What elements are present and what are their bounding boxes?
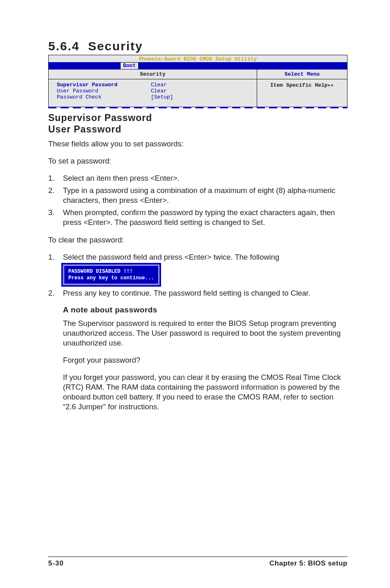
step-text: Press any key to continue. The password … bbox=[63, 288, 347, 298]
intro-text: These fields allow you to set passwords: bbox=[48, 139, 347, 149]
bios-tab-boot: Boot bbox=[120, 62, 139, 69]
list-item: 3.When prompted, confirm the password by… bbox=[48, 208, 347, 227]
step-text: Select the password field and press <Ent… bbox=[63, 252, 347, 262]
section-heading: 5.6.4 Security bbox=[48, 39, 347, 53]
bios-help-text: Item Specific Help▸▸ bbox=[257, 79, 347, 95]
set-password-steps: 1.Select an item then press <Enter>. 2.T… bbox=[48, 173, 347, 227]
page-number: 5-30 bbox=[48, 559, 64, 568]
list-item: 2.Type in a password using a combination… bbox=[48, 186, 347, 205]
list-item: 1.Select an item then press <Enter>. bbox=[48, 173, 347, 183]
list-item: 2.Press any key to continue. The passwor… bbox=[48, 288, 347, 298]
bios-screenshot: Phoenix-Award BIOS CMOS Setup Utility Bo… bbox=[48, 55, 347, 107]
bios-setting-label: User Password bbox=[57, 88, 151, 94]
step-number: 1. bbox=[48, 252, 63, 262]
clear-password-intro: To clear the password: bbox=[48, 235, 347, 245]
step-text: Type in a password using a combination o… bbox=[63, 186, 347, 205]
list-item: 1.Select the password field and press <E… bbox=[48, 252, 347, 262]
password-disabled-message: PASSWORD DISABLED !!! Press any key to c… bbox=[63, 265, 159, 285]
note-paragraph: Forgot your password? bbox=[63, 355, 347, 365]
chapter-label: Chapter 5: BIOS setup bbox=[269, 559, 347, 568]
bios-settings-list: Supervisor Password Clear User Password … bbox=[49, 79, 257, 107]
bios-setting-value: [Setup] bbox=[151, 94, 173, 100]
step-number: 3. bbox=[48, 208, 63, 227]
bios-setting-value: Clear bbox=[151, 88, 167, 94]
step-number: 2. bbox=[48, 288, 63, 298]
clear-password-steps-1: 1.Select the password field and press <E… bbox=[48, 252, 347, 262]
clear-password-steps-2: 2.Press any key to continue. The passwor… bbox=[48, 288, 347, 298]
bios-right-header: Select Menu bbox=[257, 70, 347, 79]
bios-setting-value: Clear bbox=[151, 82, 167, 88]
page-footer: 5-30 Chapter 5: BIOS setup bbox=[48, 557, 347, 568]
note-paragraph: If you forget your password, you can cle… bbox=[63, 373, 347, 412]
bios-setting-label: Password Check bbox=[57, 94, 151, 100]
bios-setting-row: Supervisor Password Clear bbox=[57, 82, 249, 88]
heading-supervisor-password: Supervisor Password bbox=[48, 112, 347, 124]
set-password-intro: To set a password: bbox=[48, 156, 347, 166]
bios-setting-label: Supervisor Password bbox=[57, 82, 151, 88]
bios-utility-title: Phoenix-Award BIOS CMOS Setup Utility bbox=[49, 55, 347, 62]
bios-menu-bar: Boot bbox=[49, 62, 347, 70]
step-text: Select an item then press <Enter>. bbox=[63, 173, 347, 183]
bios-setting-row: User Password Clear bbox=[57, 88, 249, 94]
heading-user-password: User Password bbox=[48, 124, 347, 135]
bios-bottom-dashed-line bbox=[48, 107, 347, 108]
section-title-text: Security bbox=[88, 39, 143, 53]
step-number: 1. bbox=[48, 173, 63, 183]
step-text: When prompted, confirm the password by t… bbox=[63, 208, 347, 227]
bios-setting-row: Password Check [Setup] bbox=[57, 94, 249, 100]
section-number: 5.6.4 bbox=[48, 39, 80, 53]
note-heading: A note about passwords bbox=[63, 305, 347, 314]
bios-left-header: Security bbox=[49, 70, 257, 79]
step-number: 2. bbox=[48, 186, 63, 205]
note-paragraph: The Supervisor password is required to e… bbox=[63, 319, 347, 348]
